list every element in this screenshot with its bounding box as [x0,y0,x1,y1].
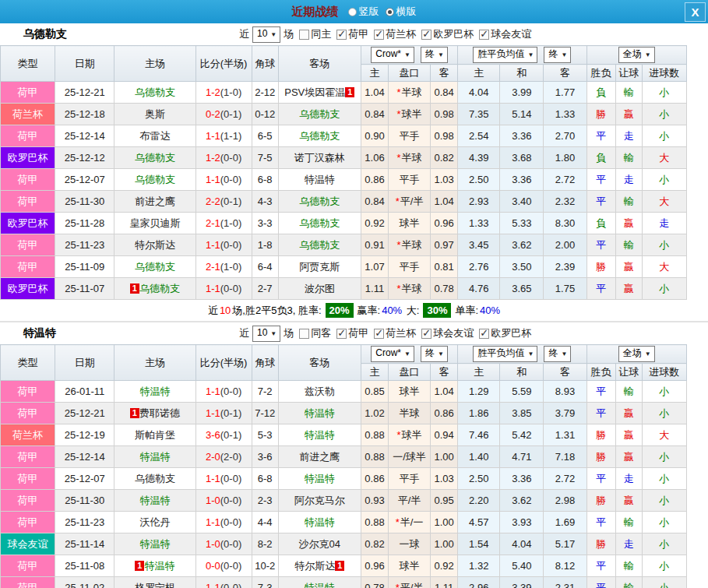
chevron-down-icon: ▼ [561,51,567,58]
corners-cell: 3-3 [252,213,278,234]
sub-col-header: 进球数 [642,65,686,82]
recent-count-select[interactable]: 10▼ [252,26,280,43]
result-cell: 負 [586,82,615,104]
fulltime-score: 0-2 [206,108,220,120]
halftime-score: (0-1) [220,407,241,419]
league-checkbox-1[interactable] [374,30,384,40]
mean-draw-cell: 3.36 [500,125,544,147]
home-team-label: 乌德勒支 [135,86,175,98]
goals-cell: 小 [642,104,686,125]
odds-line-cell: 平手 [389,125,431,147]
league-checkbox-0[interactable] [336,329,347,339]
away-team: 诺丁汉森林 [278,147,361,169]
filter-bar: 近10▼场同主荷甲荷兰杯欧罗巴杯球会友谊 [239,26,531,43]
odds-company-select[interactable]: Crow*▼ [371,346,414,362]
odds-company-select[interactable]: Crow*▼ [371,47,414,63]
match-row: 荷甲25-12-211费耶诺德1-1(0-1)7-12特温特1.02半球0.86… [1,403,687,424]
mean-draw-cell: 5.40 [500,555,544,577]
halftime-score: (1-0) [220,261,241,273]
mean-away-cell: 5.17 [544,533,586,555]
layout-vertical-radio[interactable] [348,8,357,16]
league-label-3: 欧罗巴杯 [491,326,531,340]
away-team-label: 特温特 [305,582,335,588]
odds-line-cell: *球半 [389,104,431,125]
score-cell: 1-1(1-1) [195,125,252,147]
recent-count-select-value: 10 [257,327,267,338]
big-rate-label: 大: [403,304,419,318]
corners-cell: 0-12 [252,104,278,125]
mean-final-select-value: 终 [548,48,558,59]
full-match-select-value: 全场 [623,48,642,59]
away-team-label: 特温特 [305,407,335,419]
chevron-down-icon: ▼ [561,350,567,357]
odds-line-cell: *半/一 [389,512,431,533]
title-bar: 近期战绩 竖版 横版 X [0,0,708,23]
col-header: 主场 [114,46,195,82]
same-venue-checkbox[interactable] [299,329,309,339]
result-cell: 勝 [586,533,615,555]
handicap-cell: 贏 [615,278,642,300]
asterisk-mark: * [397,429,401,441]
mean-final-select[interactable]: 终▼ [544,47,571,63]
odds-final-select-value: 终 [425,48,435,59]
mean-select[interactable]: 胜平负均值▼ [473,47,537,63]
recent-count-select[interactable]: 10▼ [252,326,280,342]
sub-col-header: 主 [361,364,388,381]
odds-home-cell: 0.90 [361,125,388,147]
away-team: PSV埃因霍温1 [278,82,361,104]
league-badge: 荷甲 [1,256,55,278]
result-cell: 勝 [586,256,615,278]
result-cell: 平 [586,125,615,147]
home-team: 布雷达 [114,125,195,147]
league-badge: 荷甲 [1,446,55,468]
full-match-select[interactable]: 全场▼ [618,47,655,63]
odds-away-cell: 0.94 [431,424,458,446]
handicap-cell: 輸 [615,234,642,256]
odds-final-select[interactable]: 终▼ [421,47,448,63]
league-checkbox-2[interactable] [421,30,431,40]
layout-horizontal-radio[interactable] [386,8,394,16]
odds-line-cell: *球半 [389,424,431,446]
goals-cell: 走 [642,213,686,234]
home-team: 乌德勒支 [114,169,195,191]
date-cell: 25-12-07 [55,468,114,490]
match-row: 荷甲25-12-14布雷达1-1(1-1)6-5乌德勒支0.90平手0.982.… [1,125,687,147]
odds-final-select[interactable]: 终▼ [421,346,448,362]
league-checkbox-3[interactable] [479,329,489,339]
goals-cell: 小 [642,446,686,468]
mean-final-select[interactable]: 终▼ [544,346,571,362]
match-row: 荷甲25-11-30特温特1-0(0-0)2-3阿尔克马尔0.93平/半0.95… [1,490,687,512]
sub-col-header: 让球 [615,65,642,82]
result-cell: 負 [586,213,615,234]
corners-cell: 7-12 [252,403,278,424]
home-team-label: 皇家贝迪斯 [129,217,180,229]
away-team-label: 乌德勒支 [299,108,340,120]
same-venue-checkbox[interactable] [299,30,309,40]
league-checkbox-2[interactable] [421,329,431,339]
result-cell: 勝 [586,104,615,125]
sub-col-header: 主 [458,364,500,381]
goals-cell: 小 [642,468,686,490]
mean-select[interactable]: 胜平负均值▼ [473,346,537,362]
mean-home-cell: 4.57 [458,512,500,533]
asterisk-mark: * [396,582,400,588]
match-row: 荷甲25-11-30前进之鹰2-2(0-1)4-3乌德勒支0.84*平/半1.0… [1,191,687,213]
corners-cell: 2-12 [252,82,278,104]
full-match-select[interactable]: 全场▼ [618,346,655,362]
close-icon[interactable]: X [685,2,706,22]
odds-line-cell: 半球 [389,403,431,424]
mean-draw-cell: 3.40 [500,191,544,213]
fulltime-score: 1-2 [206,152,220,164]
full-group-header: 全场▼ [586,46,686,65]
league-checkbox-0[interactable] [336,30,347,40]
date-cell: 25-11-14 [55,533,114,555]
chevron-down-icon: ▼ [645,350,651,357]
handicap-cell: 贏 [615,403,642,424]
odds-company-select-value: Crow* [375,347,401,358]
halftime-score: (0-0) [220,516,241,528]
league-checkbox-3[interactable] [479,30,489,40]
match-row: 欧罗巴杯25-12-12乌德勒支1-2(0-0)7-5诺丁汉森林1.06*半球0… [1,147,687,169]
odds-away-cell: 0.98 [431,104,458,125]
league-checkbox-1[interactable] [374,329,384,339]
corners-cell: 2-3 [252,490,278,512]
